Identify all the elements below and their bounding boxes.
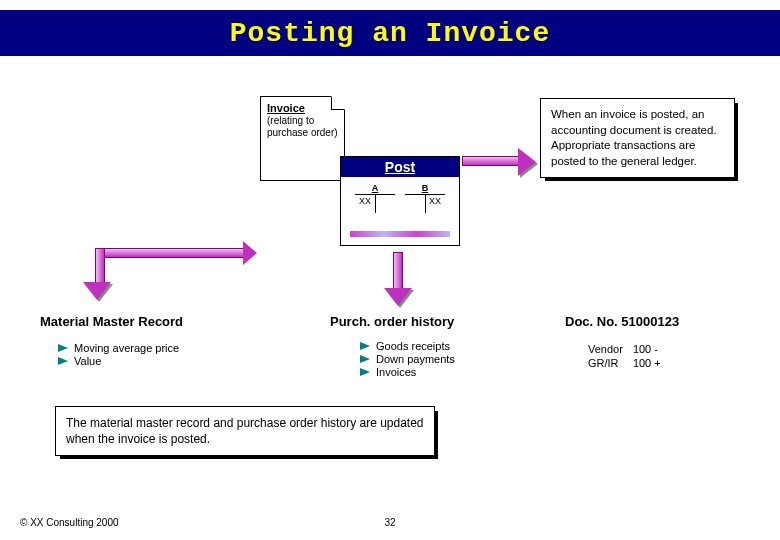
invoice-subtext: (relating to purchase order) xyxy=(267,115,338,138)
triangle-bullet-icon xyxy=(58,357,68,365)
list-item: Goods receipts xyxy=(360,340,455,352)
material-master-title: Material Master Record xyxy=(40,314,183,329)
triangle-bullet-icon xyxy=(360,368,370,376)
arrow-left-origin xyxy=(243,241,257,265)
po-history-list: Goods receipts Down payments Invoices xyxy=(360,339,455,379)
title-bar: Posting an Invoice xyxy=(0,10,780,56)
list-item: Down payments xyxy=(360,353,455,365)
t-account-b: B XX xyxy=(405,183,445,206)
triangle-bullet-icon xyxy=(360,342,370,350)
copyright: © XX Consulting 2000 xyxy=(20,517,119,528)
invoice-heading: Invoice xyxy=(267,102,305,114)
page-number: 32 xyxy=(384,517,395,528)
arrow-left-head xyxy=(83,282,111,300)
triangle-bullet-icon xyxy=(58,344,68,352)
post-label: Post xyxy=(341,157,459,177)
arrow-center-head xyxy=(384,288,412,306)
gradient-bar xyxy=(350,231,450,237)
arrow-right-head xyxy=(518,148,536,176)
triangle-bullet-icon xyxy=(360,355,370,363)
info-text: When an invoice is posted, an accounting… xyxy=(551,108,720,167)
arrow-center-shaft xyxy=(393,252,403,290)
list-item: Invoices xyxy=(360,366,455,378)
list-item: Value xyxy=(58,355,179,367)
ledger-table: Vendor100 - GR/IR100 + xyxy=(586,341,671,371)
note-box: The material master record and purchase … xyxy=(55,406,435,456)
arrow-left-shaft xyxy=(100,248,245,258)
material-master-list: Moving average price Value xyxy=(58,341,179,368)
info-box: When an invoice is posted, an accounting… xyxy=(540,98,735,178)
arrow-right-shaft xyxy=(462,156,520,166)
page-fold-icon xyxy=(331,96,345,110)
arrow-left-vert xyxy=(95,248,105,284)
ledger-row: GR/IR100 + xyxy=(588,357,669,369)
diagram-canvas: Invoice (relating to purchase order) Pos… xyxy=(0,56,780,496)
list-item: Moving average price xyxy=(58,342,179,354)
doc-number: Doc. No. 51000123 xyxy=(565,314,679,329)
po-history-title: Purch. order history xyxy=(330,314,454,329)
ledger-row: Vendor100 - xyxy=(588,343,669,355)
invoice-document: Invoice (relating to purchase order) xyxy=(260,96,345,181)
t-account-a: A XX xyxy=(355,183,395,206)
slide-title: Posting an Invoice xyxy=(230,18,550,49)
note-text: The material master record and purchase … xyxy=(66,416,424,446)
